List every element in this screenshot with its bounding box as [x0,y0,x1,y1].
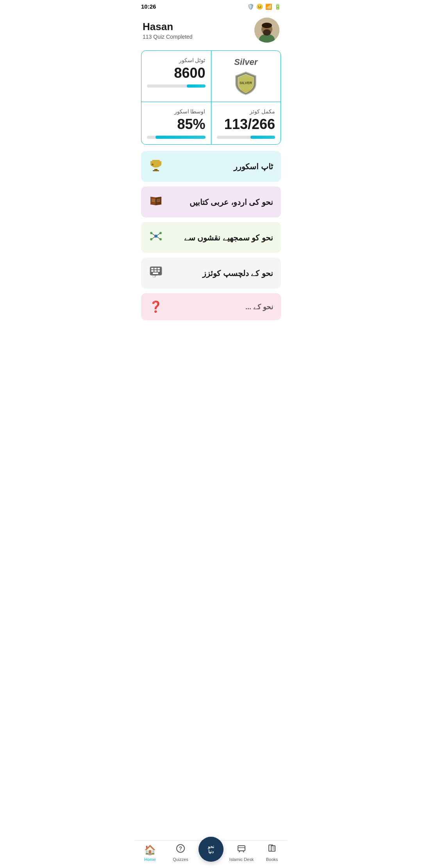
svg-text:☞: ☞ [152,273,157,279]
nahw-dunya-label: نحودنیا [208,844,214,854]
svg-line-22 [151,233,156,236]
books-icon [149,194,163,210]
svg-rect-30 [151,270,154,272]
status-icons: 🛡️ 😐 📶 🔋 [247,4,281,10]
svg-rect-7 [153,170,159,171]
status-time: 10:26 [141,3,156,10]
nav-islamic-desk-label: Islamic Desk [229,857,254,862]
svg-point-4 [262,23,272,28]
diagrams-label: نحو کو سمجھیے نقشوں سے [184,233,273,242]
top-scorer-card[interactable]: ٹاپ اسکورر ★ [141,151,281,182]
svg-rect-27 [151,268,154,269]
books-nav-icon [267,844,277,855]
stats-grid: ٹوٹل اسکور 8600 Silver SILVER اوسطا اس [141,50,281,145]
total-score-progress-bg [147,84,206,88]
svg-line-25 [156,236,161,239]
avg-score-progress-bg [147,136,206,139]
nav-quizzes[interactable]: ? Quizzes [165,844,196,862]
interesting-quizzes-label: نحو کے دلچسپ کوئزز [202,269,273,278]
faceid-icon: 😐 [256,4,263,10]
nav-home-label: Home [144,857,156,862]
completed-quizzes-progress-fill [250,136,275,139]
partial-card-icon: ❓ [149,300,163,313]
silver-label: Silver [234,57,257,67]
diagrams-icon [149,229,163,246]
total-score-progress-fill [187,84,206,88]
svg-rect-6 [154,169,157,170]
total-score-cell: ٹوٹل اسکور 8600 [141,51,211,102]
battery-icon: 🔋 [274,4,281,10]
svg-rect-42 [271,846,275,851]
nav-books-label: Books [266,857,278,862]
svg-point-3 [263,29,271,36]
svg-line-23 [156,233,161,236]
shield-icon: 🛡️ [247,4,254,10]
avg-score-label: اوسطا اسکور [147,108,206,115]
nav-quizzes-label: Quizzes [173,857,188,862]
header: Hasan 113 Quiz Completed [135,13,287,50]
avg-score-value: 85% [147,116,206,133]
partial-card-label: نحو کے ... [245,303,273,311]
books-card[interactable]: نحو کی اردو، عربی کتابیں [141,187,281,217]
diagrams-card[interactable]: نحو کو سمجھیے نقشوں سے [141,222,281,253]
total-score-value: 8600 [147,65,206,81]
status-bar: 10:26 🛡️ 😐 📶 🔋 [135,0,287,13]
books-label: نحو کی اردو، عربی کتابیں [190,197,273,207]
username: Hasan [143,21,193,33]
completed-quizzes-progress-bg [217,136,275,139]
svg-rect-29 [157,268,160,269]
svg-rect-31 [154,270,157,272]
svg-rect-28 [154,268,157,269]
interesting-quizzes-card[interactable]: نحو کے دلچسپ کوئزز ☞ [141,258,281,289]
stats-row-top: ٹوٹل اسکور 8600 Silver SILVER [141,51,281,102]
islamic-desk-icon [237,844,246,855]
avatar-image [254,18,279,43]
svg-text:?: ? [179,845,182,852]
nav-books[interactable]: Books [257,844,287,862]
top-scorer-label: ٹاپ اسکورر [234,162,273,171]
quizzes-nav-icon: ? [176,844,185,855]
partial-card[interactable]: نحو کے ... ❓ [141,293,281,320]
stats-row-bottom: اوسطا اسکور 85% مکمل کوئز 113/266 [141,102,281,144]
silver-badge-cell: Silver SILVER [211,51,281,102]
avatar[interactable] [254,18,279,43]
svg-line-24 [151,236,156,239]
svg-rect-8 [152,160,160,161]
nav-home[interactable]: 🏠 Home [135,845,165,862]
svg-rect-32 [157,270,160,272]
home-icon: 🏠 [144,845,156,855]
avg-score-progress-fill [156,136,205,139]
completed-quizzes-cell: مکمل کوئز 113/266 [211,102,281,144]
top-scorer-icon: ★ [149,158,163,175]
completed-quizzes-value: 113/266 [217,116,275,133]
svg-text:★: ★ [151,162,154,167]
nahw-dunya-button[interactable]: نحودنیا [198,837,224,862]
nav-center[interactable]: نحودنیا [196,848,226,862]
nav-islamic-desk[interactable]: Islamic Desk [226,844,257,862]
silver-badge-icon: SILVER [233,70,258,95]
completed-quizzes-label: مکمل کوئز [217,108,275,115]
wifi-icon: 📶 [265,4,272,10]
interesting-quizzes-icon: ☞ [149,265,163,282]
svg-text:SILVER: SILVER [240,81,252,85]
menu-section: ٹاپ اسکورر ★ نحو کی اردو، عربی کتابیں [135,151,287,289]
quiz-count-subtitle: 113 Quiz Completed [143,34,193,40]
bottom-nav: 🏠 Home ? Quizzes نحودنیا Islamic Desk [135,840,287,868]
avg-score-cell: اوسطا اسکور 85% [141,102,211,144]
svg-rect-37 [238,846,245,851]
total-score-label: ٹوٹل اسکور [147,57,206,63]
